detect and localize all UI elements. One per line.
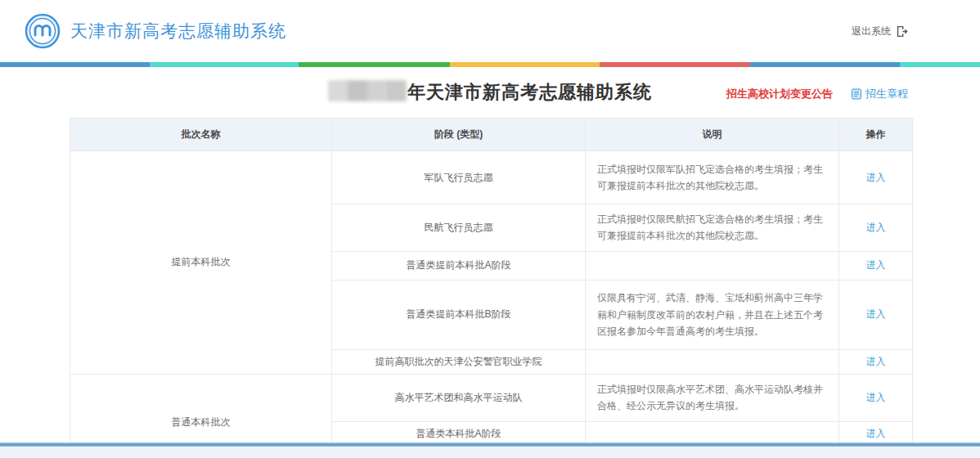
col-header-batch: 批次名称: [70, 119, 332, 151]
stage-cell: 军队飞行员志愿: [332, 151, 586, 204]
batch-table: 批次名称 阶段 (类型) 说明 操作 提前本科批次 军队飞行员志愿 正式填报时仅…: [70, 118, 913, 458]
col-header-action: 操作: [839, 119, 913, 151]
desc-cell: [586, 349, 839, 374]
desc-cell: 仅限具有宁河、武清、静海、宝坻和蓟州高中三年学籍和户籍制度改革前的农村户籍，并且…: [586, 280, 839, 349]
desc-cell: 正式填报时仅限军队招飞定选合格的考生填报；考生可兼报提前本科批次的其他院校志愿。: [586, 151, 839, 204]
stage-cell: 普通类提前本科批A阶段: [332, 251, 586, 280]
window-bottom-edge: [0, 442, 980, 447]
desc-cell: [586, 251, 839, 280]
title-links: 招生高校计划变更公告 招生章程: [726, 87, 908, 101]
logout-label: 退出系统: [852, 25, 891, 38]
app-window: 天津市新高考志愿辅助系统 退出系统 年天津市新高考志愿辅助系统 招生高校计划变更…: [0, 0, 980, 458]
desc-cell: 正式填报时仅限高水平艺术团、高水平运动队考核并合格、经公示无异议的考生填报。: [586, 374, 839, 421]
enter-link[interactable]: 进入: [866, 356, 886, 367]
redacted-year: [328, 80, 407, 101]
charter-link[interactable]: 招生章程: [851, 87, 908, 101]
brand-title: 天津市新高考志愿辅助系统: [70, 20, 286, 43]
plan-change-notice-link[interactable]: 招生高校计划变更公告: [726, 87, 833, 101]
brand-logo-icon: [25, 13, 61, 49]
table-row: 提前本科批次 军队飞行员志愿 正式填报时仅限军队招飞定选合格的考生填报；考生可兼…: [70, 151, 913, 204]
enter-link[interactable]: 进入: [866, 259, 886, 271]
app-header: 天津市新高考志愿辅助系统 退出系统: [0, 0, 980, 62]
stage-cell: 民航飞行员志愿: [332, 204, 586, 252]
enter-link[interactable]: 进入: [866, 392, 886, 403]
brand: 天津市新高考志愿辅助系统: [25, 13, 286, 49]
table-row: 普通本科批次 高水平艺术团和高水平运动队 正式填报时仅限高水平艺术团、高水平运动…: [70, 374, 913, 421]
stage-cell: 提前高职批次的天津公安警官职业学院: [332, 349, 586, 374]
window-bottom-strip: [0, 447, 980, 458]
batch-cell: 提前本科批次: [70, 151, 332, 375]
charter-link-label: 招生章程: [865, 87, 908, 101]
page-title-text: 年天津市新高考志愿辅助系统: [407, 82, 652, 102]
logout-button[interactable]: 退出系统: [852, 25, 908, 38]
document-icon: [851, 88, 862, 100]
page-title-row: 年天津市新高考志愿辅助系统 招生高校计划变更公告 招生章程: [0, 67, 980, 118]
logout-icon: [896, 25, 908, 38]
desc-cell: 正式填报时仅限民航招飞定选合格的考生填报；考生可兼报提前本科批次的其他院校志愿。: [586, 204, 839, 252]
col-header-desc: 说明: [586, 119, 839, 151]
stage-cell: 普通类提前本科批B阶段: [332, 280, 586, 349]
enter-link[interactable]: 进入: [866, 222, 886, 233]
col-header-stage: 阶段 (类型): [332, 119, 586, 151]
stage-cell: 高水平艺术团和高水平运动队: [332, 374, 586, 421]
enter-link[interactable]: 进入: [866, 172, 886, 183]
enter-link[interactable]: 进入: [866, 308, 886, 320]
table-header-row: 批次名称 阶段 (类型) 说明 操作: [70, 119, 913, 151]
enter-link[interactable]: 进入: [866, 428, 886, 439]
